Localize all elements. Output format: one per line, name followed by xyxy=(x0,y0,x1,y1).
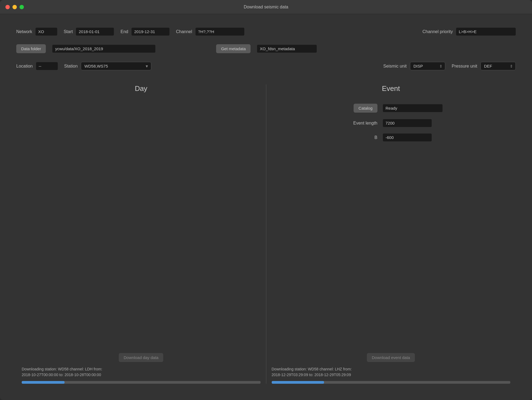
catalog-button[interactable]: Catalog xyxy=(354,104,377,113)
day-status-text: Downloading station: WD58 channel: LDH f… xyxy=(22,366,261,378)
day-status-line1: Downloading station: WD58 channel: LDH f… xyxy=(22,367,102,371)
event-status-line1: Downloading station: WD58 channel: LHZ f… xyxy=(272,367,352,371)
network-label: Network xyxy=(16,29,32,34)
panels-wrapper: Day Download day data Downloading statio… xyxy=(16,79,516,389)
channel-priority-group: Channel priority xyxy=(422,28,516,36)
catalog-input[interactable] xyxy=(383,104,443,112)
start-input[interactable] xyxy=(76,28,114,36)
event-fields: Catalog Event length B xyxy=(339,104,443,141)
event-progress-bar-container xyxy=(272,381,511,384)
row-location: Location Station ▼ Seismic unit DISP VEL… xyxy=(16,62,516,70)
end-input[interactable] xyxy=(132,28,169,36)
day-progress-bar-fill xyxy=(22,381,65,384)
event-length-input[interactable] xyxy=(383,119,432,127)
event-progress-bar-fill xyxy=(272,381,324,384)
station-label: Station xyxy=(64,64,78,69)
event-bottom-section: Download event data Downloading station:… xyxy=(266,353,516,389)
day-progress-bar-container xyxy=(22,381,261,384)
start-group: Start xyxy=(64,28,114,36)
day-panel-title: Day xyxy=(135,84,147,93)
day-bottom-section: Download day data Downloading station: W… xyxy=(16,353,266,389)
titlebar: Download seismic data xyxy=(0,0,532,14)
event-status-line2: 2018-12-29T03:29:09 to: 2018-12-29T05:29… xyxy=(272,373,351,377)
event-length-label: Event length xyxy=(339,121,377,126)
channel-group: Channel xyxy=(176,28,244,36)
metadata-input[interactable] xyxy=(257,45,317,53)
event-panel-title: Event xyxy=(382,84,400,93)
end-group: End xyxy=(120,28,169,36)
location-label: Location xyxy=(16,64,33,69)
start-label: Start xyxy=(64,29,73,34)
row-datafolder: Data folder Get metadata xyxy=(16,44,516,53)
location-input[interactable] xyxy=(36,62,58,70)
download-day-button[interactable]: Download day data xyxy=(119,353,163,362)
day-panel: Day Download day data Downloading statio… xyxy=(16,79,266,389)
row-network: Network Start End Channel Channel priori… xyxy=(16,28,516,36)
traffic-lights xyxy=(5,5,24,9)
b-input[interactable] xyxy=(383,134,432,141)
day-status-line2: 2018-10-27T00:00:00 to: 2018-10-28T00:00… xyxy=(22,373,101,377)
end-label: End xyxy=(120,29,128,34)
pressure-unit-group: Pressure unit DEF PA BAR ⇕ xyxy=(452,62,516,70)
network-input[interactable] xyxy=(36,28,57,36)
b-row: B xyxy=(339,134,432,141)
event-panel: Event Catalog Event length B xyxy=(266,79,516,389)
data-folder-button[interactable]: Data folder xyxy=(16,44,46,53)
pressure-unit-select-wrapper: DEF PA BAR ⇕ xyxy=(480,62,516,70)
seismic-unit-label: Seismic unit xyxy=(383,64,406,69)
window-title: Download seismic data xyxy=(244,5,289,9)
download-event-button[interactable]: Download event data xyxy=(367,353,415,362)
minimize-button[interactable] xyxy=(12,5,17,9)
data-folder-input[interactable] xyxy=(52,45,155,53)
catalog-row: Catalog xyxy=(339,104,443,113)
day-progress-section: Downloading station: WD58 channel: LDH f… xyxy=(16,366,266,384)
station-input[interactable] xyxy=(81,62,151,70)
channel-priority-label: Channel priority xyxy=(422,29,453,34)
maximize-button[interactable] xyxy=(20,5,24,9)
b-label: B xyxy=(339,135,377,140)
channel-priority-input[interactable] xyxy=(456,28,516,36)
seismic-unit-select-wrapper: DISP VEL ACC ⇕ xyxy=(410,62,445,70)
seismic-unit-select[interactable]: DISP VEL ACC xyxy=(410,62,445,70)
network-group: Network xyxy=(16,28,57,36)
station-select-wrapper: ▼ xyxy=(81,62,151,70)
close-button[interactable] xyxy=(5,5,10,9)
pressure-unit-select[interactable]: DEF PA BAR xyxy=(480,62,516,70)
event-progress-section: Downloading station: WD58 channel: LHZ f… xyxy=(266,366,516,384)
event-length-row: Event length xyxy=(339,119,432,127)
location-group: Location xyxy=(16,62,58,70)
get-metadata-button[interactable]: Get metadata xyxy=(216,44,251,53)
channel-label: Channel xyxy=(176,29,192,34)
pressure-unit-label: Pressure unit xyxy=(452,64,477,69)
channel-input[interactable] xyxy=(196,28,244,36)
station-group: Station ▼ xyxy=(64,62,152,70)
event-status-text: Downloading station: WD58 channel: LHZ f… xyxy=(272,366,511,378)
seismic-unit-group: Seismic unit DISP VEL ACC ⇕ xyxy=(383,62,445,70)
